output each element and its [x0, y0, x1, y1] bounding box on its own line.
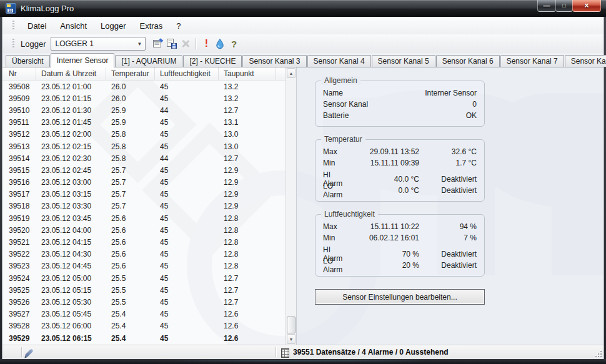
window-title: KlimaLogg Pro — [21, 4, 74, 13]
tab-sensor-kanal-6[interactable]: Sensor Kanal 6 — [436, 55, 500, 67]
properties-icon[interactable] — [151, 37, 165, 51]
table-row[interactable]: 39510 23.05.12 01:30 25.9 44 12.7 — [2, 104, 286, 116]
cell-temperature: 25.7 — [106, 178, 155, 187]
menu-item-ansicht[interactable]: Ansicht — [53, 19, 94, 33]
tab-übersicht[interactable]: Übersicht — [6, 55, 50, 67]
cell-dewpoint: 12.9 — [219, 178, 276, 187]
cell-dewpoint: 13.2 — [219, 82, 276, 91]
cell-temperature: 25.5 — [106, 286, 155, 295]
alarm-icon[interactable]: ! — [199, 37, 213, 51]
cell-temperature: 25.4 — [106, 322, 155, 330]
help-icon[interactable]: ? — [227, 37, 241, 51]
close-button[interactable]: × — [572, 0, 601, 12]
column-header-taupunkt[interactable]: Taupunkt — [219, 67, 276, 80]
cell-temperature: 25.9 — [106, 118, 155, 127]
window-border-bottom — [0, 359, 606, 364]
menu-item-logger[interactable]: Logger — [94, 19, 132, 33]
cell-datetime: 23.05.12 06:00 — [36, 322, 106, 330]
table-row[interactable]: 39525 23.05.12 05:15 25.5 45 12.7 — [2, 284, 286, 296]
field-label: LO Alarm — [323, 257, 345, 274]
table-row[interactable]: 39519 23.05.12 03:45 25.6 45 12.8 — [2, 212, 286, 224]
menu-item-[interactable]: ? — [169, 19, 187, 33]
humidity-drop-icon[interactable] — [213, 37, 227, 51]
cell-humidity: 45 — [155, 238, 219, 247]
title-bar[interactable]: 10 KlimaLogg Pro — □ × — [0, 0, 606, 17]
tab-sensor-kanal-5[interactable]: Sensor Kanal 5 — [372, 55, 435, 67]
table-row[interactable]: 39521 23.05.12 04:15 25.6 45 12.8 — [2, 236, 286, 248]
tab-sensor-kanal-7[interactable]: Sensor Kanal 7 — [500, 55, 564, 67]
edit-sensor-settings-button[interactable]: Sensor Einstellungen bearbeiten... — [315, 289, 485, 305]
cell-datetime: 23.05.12 04:30 — [36, 250, 106, 258]
export-save-icon[interactable] — [165, 37, 179, 51]
field-value: 32.6 °C — [419, 147, 477, 156]
cell-dewpoint: 13.1 — [219, 118, 276, 127]
cell-humidity: 45 — [155, 322, 219, 330]
table-row[interactable]: 39520 23.05.12 04:00 25.6 45 12.8 — [2, 224, 286, 236]
cell-dewpoint: 12.6 — [219, 310, 276, 318]
table-header-row: NrDatum & UhrzeitTemperaturLuftfeuchtigk… — [2, 67, 286, 81]
table-row[interactable]: 39522 23.05.12 04:30 25.6 45 12.8 — [2, 248, 286, 260]
cell-nr: 39522 — [2, 250, 36, 258]
tab-1-aquarium[interactable]: [1] - AQUARIUM — [115, 55, 182, 67]
table-row[interactable]: 39526 23.05.12 05:30 25.5 45 12.7 — [2, 296, 286, 308]
scrollbar-thumb[interactable] — [287, 317, 296, 333]
field-value: Deaktiviert — [419, 175, 477, 184]
tab-sensor-kanal-4[interactable]: Sensor Kanal 4 — [307, 55, 371, 67]
cell-humidity: 45 — [155, 178, 219, 187]
resize-grip[interactable] — [594, 350, 602, 357]
scroll-down-icon[interactable]: ▼ — [287, 334, 296, 344]
cell-dewpoint: 12.8 — [219, 238, 276, 247]
table-row[interactable]: 39508 23.05.12 01:00 26.0 45 13.2 — [2, 81, 286, 92]
cell-datetime: 23.05.12 05:45 — [36, 310, 106, 318]
table-row[interactable]: 39528 23.05.12 06:00 25.4 45 12.6 — [2, 320, 286, 332]
table-row[interactable]: 39516 23.05.12 03:00 25.7 45 12.9 — [2, 177, 286, 189]
table-row[interactable]: 39517 23.05.12 03:15 25.7 45 12.9 — [2, 189, 286, 200]
maximize-button[interactable]: □ — [555, 0, 573, 12]
column-header-luftfeuchtigkeit[interactable]: Luftfeuchtigkeit — [155, 67, 219, 80]
table-row[interactable]: 39514 23.05.12 02:30 25.8 44 12.7 — [2, 152, 286, 164]
cell-dewpoint: 12.7 — [219, 286, 276, 295]
table-row[interactable]: 39523 23.05.12 04:45 25.6 45 12.8 — [2, 260, 286, 272]
table-row[interactable]: 39529 23.05.12 06:15 25.4 45 12.6 — [2, 332, 286, 344]
cell-humidity: 45 — [155, 334, 219, 343]
cell-dewpoint: 12.6 — [219, 334, 276, 343]
column-header-filler — [276, 67, 286, 80]
table-row[interactable]: 39515 23.05.12 02:45 25.7 45 12.9 — [2, 164, 286, 176]
cell-dewpoint: 12.8 — [219, 226, 276, 235]
tab-sensor-kanal-3[interactable]: Sensor Kanal 3 — [242, 55, 306, 67]
cell-temperature: 25.8 — [106, 130, 155, 139]
cell-dewpoint: 12.9 — [219, 202, 276, 210]
field-value: OK — [400, 111, 477, 120]
tab-interner-sensor[interactable]: Interner Sensor — [51, 53, 115, 67]
table-row[interactable]: 39527 23.05.12 05:45 25.4 45 12.6 — [2, 308, 286, 320]
sensor-tab-strip: ÜbersichtInterner Sensor[1] - AQUARIUM[2… — [2, 53, 604, 67]
table-row[interactable]: 39511 23.05.12 01:45 25.9 45 13.1 — [2, 117, 286, 129]
cell-datetime: 23.05.12 03:15 — [36, 190, 106, 199]
scroll-up-icon[interactable]: ▲ — [287, 68, 296, 78]
table-row[interactable]: 39518 23.05.12 03:30 25.7 45 12.9 — [2, 200, 286, 212]
tab-2-kueche[interactable]: [2] - KUECHE — [183, 55, 242, 67]
table-row[interactable]: 39524 23.05.12 05:00 25.5 45 12.7 — [2, 272, 286, 284]
logger-select[interactable]: LOGGER 1 ▼ — [51, 37, 146, 51]
temperature-row-0: Max 29.09.11 13:52 32.6 °C — [315, 146, 484, 157]
menubar-drag-handle[interactable] — [12, 21, 14, 31]
menu-item-datei[interactable]: Datei — [21, 19, 53, 33]
column-header-datum-uhrzeit[interactable]: Datum & Uhrzeit — [36, 67, 106, 80]
menu-item-extras[interactable]: Extras — [132, 19, 169, 33]
cell-temperature: 25.7 — [106, 202, 155, 210]
cell-datetime: 23.05.12 06:15 — [36, 334, 106, 343]
field-label: Sensor Kanal — [323, 100, 400, 109]
field-label: Max — [323, 147, 345, 156]
table-vertical-scrollbar[interactable]: ▲ ▼ — [286, 67, 296, 345]
tab-sensor-kanal-8[interactable]: Sensor Kanal 8 — [565, 55, 606, 67]
general-group: Allgemein Name Interner Sensor Sensor Ka… — [315, 81, 485, 127]
cell-nr: 39518 — [2, 202, 36, 210]
table-row[interactable]: 39509 23.05.12 01:15 26.0 45 13.2 — [2, 92, 286, 104]
field-value: Interner Sensor — [400, 89, 477, 97]
table-row[interactable]: 39513 23.05.12 02:15 25.8 45 13.0 — [2, 140, 286, 152]
column-header-nr[interactable]: Nr — [2, 67, 36, 80]
column-header-temperatur[interactable]: Temperatur — [106, 67, 155, 80]
toolbar-drag-handle[interactable] — [12, 39, 14, 49]
minimize-button[interactable]: — — [537, 0, 556, 12]
table-row[interactable]: 39512 23.05.12 02:00 25.8 45 13.0 — [2, 129, 286, 140]
